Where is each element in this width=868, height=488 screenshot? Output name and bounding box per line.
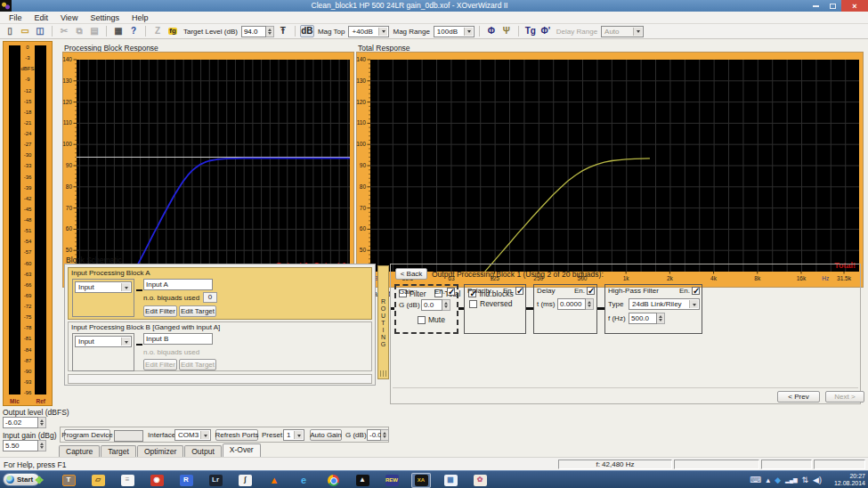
prev-button[interactable]: < Prev (777, 391, 820, 403)
mag-top-select[interactable]: +40dB (348, 26, 389, 37)
output-level-spinner[interactable] (38, 417, 46, 428)
auto-gain-button[interactable]: Auto Gain (310, 429, 342, 441)
rew-icon[interactable]: REW (382, 473, 402, 488)
file-explorer-icon[interactable]: ▱ (88, 473, 108, 488)
fg-icon[interactable]: fg (166, 25, 180, 37)
delay-range-select[interactable]: Auto (601, 26, 644, 37)
notepad-icon[interactable]: ≡ (118, 473, 137, 488)
device-sync-icon[interactable]: ⇅ (802, 476, 809, 484)
taskbar-clock[interactable]: 20:27 12.08.2014 (834, 473, 865, 487)
input-processing-block-b[interactable]: Input Processing Block B [Ganged with in… (68, 321, 372, 371)
t-app-icon[interactable]: T (59, 473, 78, 488)
reversed-checkbox[interactable]: Reversed (469, 299, 512, 308)
xover-wizard-icon[interactable]: XA (411, 473, 431, 488)
menu-item[interactable]: Help (126, 13, 154, 22)
irfanview-icon[interactable]: ◉ (147, 473, 166, 488)
minimize-button[interactable] (807, 0, 824, 12)
tab-capture[interactable]: Capture (59, 445, 100, 457)
calculator-icon[interactable]: ▦ (441, 473, 460, 488)
maximize-button[interactable] (824, 0, 841, 12)
hpf-freq-field[interactable]: 500.0 (629, 313, 657, 324)
total-response-chart[interactable]: Total Response 1401301201101009080706050… (356, 44, 864, 288)
mute-checkbox[interactable]: Mute (418, 315, 445, 324)
delay-enable-checkbox[interactable] (587, 287, 595, 295)
high-pass-filter-panel[interactable]: High-Pass Filter En. Type 24dB Link/Rile… (604, 284, 702, 334)
chrome-icon[interactable] (323, 473, 343, 488)
preset-select[interactable]: 1 (283, 429, 304, 441)
gain-value-field[interactable]: 0.0 (421, 299, 442, 311)
tab-optimizer[interactable]: Optimizer (137, 445, 183, 457)
vlc-icon[interactable]: ▲ (264, 473, 284, 488)
cut-icon[interactable]: ✂ (57, 25, 71, 37)
block-a-edit-filter-button[interactable]: Edit Filter (143, 305, 177, 317)
volume-icon[interactable]: ◀) (813, 476, 822, 484)
delay-value-field[interactable]: 0.0000 (557, 298, 586, 310)
touch-keyboard-icon[interactable]: ⌨ (750, 476, 762, 484)
processing-block-response-chart[interactable]: Processing Block Response 14013012011010… (62, 44, 354, 288)
ie-icon[interactable]: e (294, 473, 313, 488)
block-b-edit-target-button[interactable]: Edit Target (179, 359, 216, 370)
z-icon[interactable]: Z (150, 25, 165, 37)
output-level-field[interactable]: -6.02 (3, 417, 46, 428)
help-icon[interactable]: ? (126, 25, 141, 37)
lightroom-icon[interactable]: Lr (206, 473, 225, 488)
input-gain-spinner[interactable] (38, 440, 46, 451)
hpf-type-select[interactable]: 24dB Link/Riley (629, 298, 700, 310)
dropbox-icon[interactable]: ◆ (775, 476, 781, 484)
set-target-icon[interactable]: Ŧ (276, 25, 290, 37)
phase-icon[interactable]: Φ (484, 25, 499, 37)
block-b-input-select[interactable]: Input (75, 336, 132, 347)
3d-modeler-icon[interactable]: ✥ (29, 473, 49, 488)
routing-strip[interactable]: ROUTING (377, 265, 389, 379)
phase-wrap-icon[interactable]: Ψ (499, 25, 514, 37)
target-level-input[interactable] (241, 26, 266, 37)
polarity-panel[interactable]: Polarity. En. Reversed (464, 284, 526, 334)
tab-x-over[interactable]: X-Over (223, 443, 261, 457)
gain-spinner[interactable] (442, 299, 450, 311)
block-b-name-field[interactable]: Input B (143, 333, 213, 345)
refresh-ports-button[interactable]: Refresh Ports (215, 429, 258, 441)
polarity-enable-checkbox[interactable] (515, 287, 523, 295)
mag-range-select[interactable]: 100dB (434, 26, 475, 37)
program-device-button[interactable]: Program Device (64, 429, 110, 441)
global-gain-field[interactable]: -0.0 (367, 429, 381, 441)
block-a-input-select[interactable]: Input (75, 281, 132, 293)
db-scale-icon[interactable]: dB (300, 25, 314, 37)
target-gain-icon[interactable]: Tg (523, 25, 538, 37)
r-app-icon[interactable]: R (176, 473, 196, 488)
input-gain-field[interactable]: 5.50 (3, 440, 46, 451)
copy-icon[interactable]: ⧉ (72, 25, 86, 37)
global-gain-spinner[interactable] (381, 429, 389, 441)
save-icon[interactable]: ◫ (33, 25, 47, 37)
gain-enable-checkbox[interactable] (447, 288, 455, 296)
show-hidden-icons[interactable]: ▴ (767, 476, 771, 484)
input-processing-block-a[interactable]: Input Processing Block A Input Input A n… (68, 267, 372, 320)
hpf-freq-spinner[interactable] (657, 313, 665, 324)
target-level-spinner[interactable] (266, 26, 274, 37)
block-a-name-field[interactable]: Input A (143, 279, 213, 290)
network-icon[interactable]: ▂▄▆ (785, 477, 797, 483)
menu-item[interactable]: Edit (29, 13, 54, 22)
swirl-app-icon[interactable]: ∫ (235, 473, 255, 488)
print-icon[interactable]: ▦ (111, 25, 126, 37)
close-button[interactable]: × (841, 0, 868, 12)
phase-derived-icon[interactable]: Φ' (539, 25, 553, 37)
delay-spinner[interactable] (586, 298, 594, 310)
new-icon[interactable]: ▯ (3, 25, 17, 37)
xtz-icon[interactable]: ▲ (353, 473, 372, 488)
paste-icon[interactable]: ▤ (87, 25, 101, 37)
delay-panel[interactable]: Delay En. t (ms) 0.0000 (533, 284, 597, 334)
back-button[interactable]: < Back (395, 268, 427, 280)
menu-item[interactable]: File (4, 13, 28, 22)
menu-item[interactable]: Settings (85, 13, 125, 22)
hpf-enable-checkbox[interactable] (692, 287, 700, 295)
open-icon[interactable]: ▭ (18, 25, 32, 37)
paint-icon[interactable]: ✿ (470, 473, 490, 488)
tab-output[interactable]: Output (184, 445, 222, 457)
gain-panel[interactable]: Gain En. G (dB) 0.0 Mute (394, 284, 458, 334)
block-b-edit-filter-button[interactable]: Edit Filter (143, 359, 177, 370)
interface-port-select[interactable]: COM3 (174, 429, 211, 441)
next-button[interactable]: Next > (825, 391, 864, 403)
menu-item[interactable]: View (55, 13, 83, 22)
tab-target[interactable]: Target (101, 445, 136, 457)
